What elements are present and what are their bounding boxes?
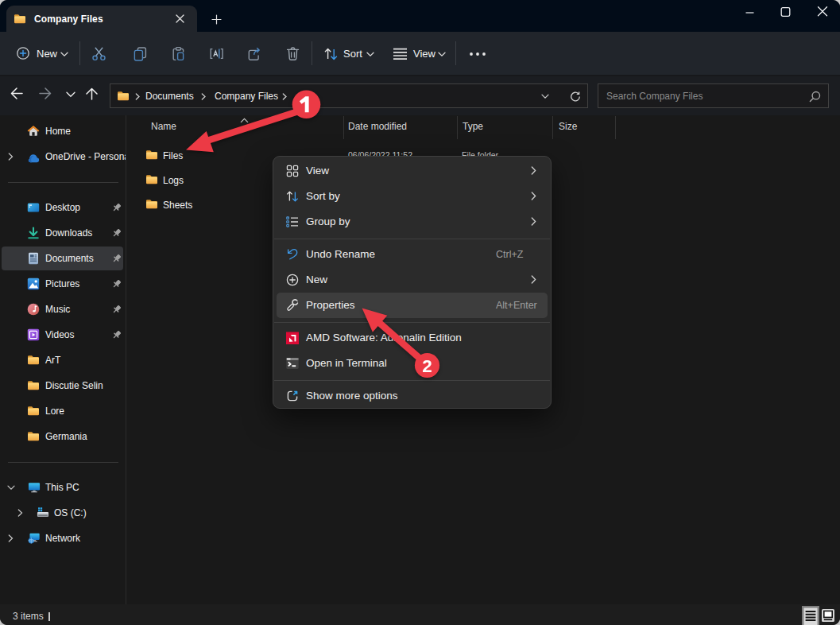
svg-text:2: 2 [422, 356, 432, 376]
